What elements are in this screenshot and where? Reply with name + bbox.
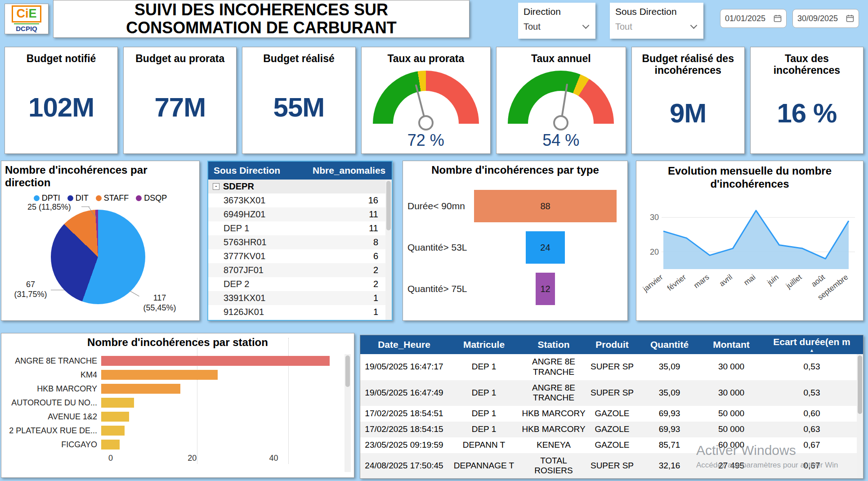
sort-ascending-icon: ▲ [810, 348, 814, 352]
table-row[interactable]: 5763HR018 [208, 235, 392, 249]
cell-value: 2 [318, 265, 392, 275]
funnel-value-label: 12 [540, 284, 550, 294]
table-row[interactable]: 8707JF012 [208, 263, 392, 277]
legend-item[interactable]: DSQP [136, 193, 167, 203]
column-header[interactable]: Produit [587, 335, 637, 354]
column-header-label: Ecart durée(en m [773, 337, 850, 347]
column-header[interactable]: Station [520, 335, 587, 354]
activation-watermark: Activer Windows Accédez aux paramètres p… [696, 443, 838, 470]
kpi-label: Taux des incohérences [754, 53, 859, 76]
gauge-title: Taux annuel [531, 53, 591, 64]
direction-filter-dropdown[interactable]: Tout [523, 22, 590, 32]
table-row[interactable]: 19/05/2025 16:47:17DEP 1ANGRE 8E TRANCHE… [360, 354, 863, 380]
column-header[interactable]: Nbre_anomalies [312, 165, 392, 176]
station-bar[interactable] [101, 398, 134, 408]
cell-value: 11 [318, 209, 392, 220]
sous-direction-filter-dropdown[interactable]: Tout [615, 22, 698, 32]
table-row[interactable]: DEP 22 [208, 277, 392, 291]
cell-value: 1 [318, 293, 392, 303]
sous-direction-filter[interactable]: Sous Direction Tout [610, 3, 703, 39]
area-fill[interactable] [663, 211, 849, 269]
direction-filter[interactable]: Direction Tout [518, 3, 595, 39]
bar-category-label: KM4 [7, 370, 101, 380]
funnel-bar[interactable]: 24 [526, 231, 564, 264]
column-header[interactable]: Date_Heure [360, 335, 448, 354]
column-header[interactable]: Ecart durée(en m▲ [761, 335, 863, 354]
cell-name: 6949HZ01 [208, 209, 318, 220]
start-date-value: 01/01/2025 [725, 14, 765, 23]
table-row[interactable]: 3391KX011 [208, 291, 392, 305]
collapse-icon[interactable]: - [213, 183, 219, 190]
station-bar[interactable] [101, 412, 129, 422]
table-group-row[interactable]: -SDEPR [208, 180, 392, 193]
station-bar[interactable] [101, 356, 330, 366]
kpi-value: 102M [28, 64, 94, 150]
cell-value: 16 [318, 195, 392, 206]
table-row[interactable]: 9126JK011 [208, 305, 392, 319]
evolution-chart-title: Evolution mensuelle du nombre d'incohére… [636, 161, 863, 191]
funnel-bar[interactable]: 12 [536, 273, 555, 305]
cell-name: 3391KX01 [208, 293, 318, 303]
funnel-value-label: 88 [540, 201, 550, 211]
pie-slice-label: 25 (11,85%) [27, 202, 71, 212]
gauge-card-taux-prorata: Taux au prorata 72 % [361, 47, 491, 154]
table-cell: TOTAL ROSIERS [520, 453, 587, 479]
gauge-chart[interactable] [373, 71, 479, 124]
start-date-input[interactable]: 01/01/2025 [720, 9, 787, 28]
table-row[interactable]: 3777KV016 [208, 249, 392, 263]
column-header[interactable]: Sous Direction [208, 165, 312, 176]
kpi-value: 16 % [777, 76, 837, 150]
table-cell: 69,93 [637, 406, 702, 422]
legend-item[interactable]: DIT [67, 193, 89, 203]
station-bar[interactable] [101, 440, 120, 450]
pie-slice-label: 117 (55,45%) [138, 293, 181, 313]
table-row[interactable]: 17/02/2025 18:54:15DEP 1HKB MARCORYGAZOL… [360, 422, 863, 437]
cell-name: 8707JF01 [208, 265, 318, 275]
station-bar[interactable] [101, 426, 125, 436]
legend-item[interactable]: STAFF [96, 193, 129, 203]
funnel-category-label: Durée< 90mn [407, 201, 474, 211]
gauge-chart[interactable] [508, 71, 614, 124]
pie-chart[interactable] [51, 210, 145, 304]
end-date-value: 30/09/2025 [797, 14, 838, 23]
cell-name: DEP 1 [208, 223, 318, 234]
x-axis-label: juillet [784, 273, 803, 291]
end-date-input[interactable]: 30/09/2025 [792, 9, 859, 28]
legend-dot [34, 195, 40, 201]
x-axis-label: janvier [642, 273, 665, 294]
sous-direction-table-panel: Sous Direction Nbre_anomalies -SDEPR3673… [207, 161, 393, 321]
area-chart[interactable]: 2030janvierfévriermarsavrilmaijuinjuille… [642, 193, 858, 311]
legend-dot [67, 195, 73, 201]
funnel-chart: Durée< 90mn88Quantité> 53L24Quantité> 75… [403, 179, 627, 310]
legend-label: DSQP [144, 193, 167, 203]
table-cell: 0,53 [761, 354, 863, 380]
table-cell: 69,93 [637, 422, 702, 437]
column-header[interactable]: Matricule [448, 335, 520, 354]
cie-logo: CiE [12, 5, 41, 22]
table-cell: 35,09 [637, 354, 702, 380]
table-cell: ANGRE 8E TRANCHE [520, 354, 587, 380]
page-title-text: SUIVI DES INCOHERENCES SUR CONSOMMATION … [81, 1, 442, 37]
kpi-label: Budget réalisé des incohérences [635, 53, 741, 76]
scrollbar-thumb[interactable] [386, 181, 391, 230]
cell-value: 8 [318, 237, 392, 247]
table-row[interactable]: 3673KX0116 [208, 193, 392, 207]
kpi-value: 55M [273, 64, 325, 150]
gauge-value: 54 % [542, 131, 579, 150]
scrollbar-thumb[interactable] [858, 355, 862, 414]
column-header[interactable]: Quantité [637, 335, 702, 354]
table-row[interactable]: DEP 111 [208, 221, 392, 235]
table-row[interactable]: 6949HZ0111 [208, 207, 392, 221]
column-header[interactable]: Montant [702, 335, 761, 354]
station-bar[interactable] [101, 370, 218, 380]
station-bar[interactable] [101, 384, 180, 394]
table-row[interactable]: 17/02/2025 18:54:51DEP 1HKB MARCORYGAZOL… [360, 406, 863, 422]
scrollbar-thumb[interactable] [345, 355, 350, 387]
funnel-bar[interactable]: 88 [474, 190, 617, 222]
x-axis-label: avril [718, 273, 734, 288]
legend-item[interactable]: DPTI [34, 193, 60, 203]
scrollbar [345, 354, 351, 472]
kpi-card-budget-prorata: Budget au prorata 77M [123, 47, 237, 154]
funnel-row: Durée< 90mn88 [407, 185, 617, 227]
table-row[interactable]: 19/05/2025 16:47:49DEP 1ANGRE 8E TRANCHE… [360, 380, 863, 406]
